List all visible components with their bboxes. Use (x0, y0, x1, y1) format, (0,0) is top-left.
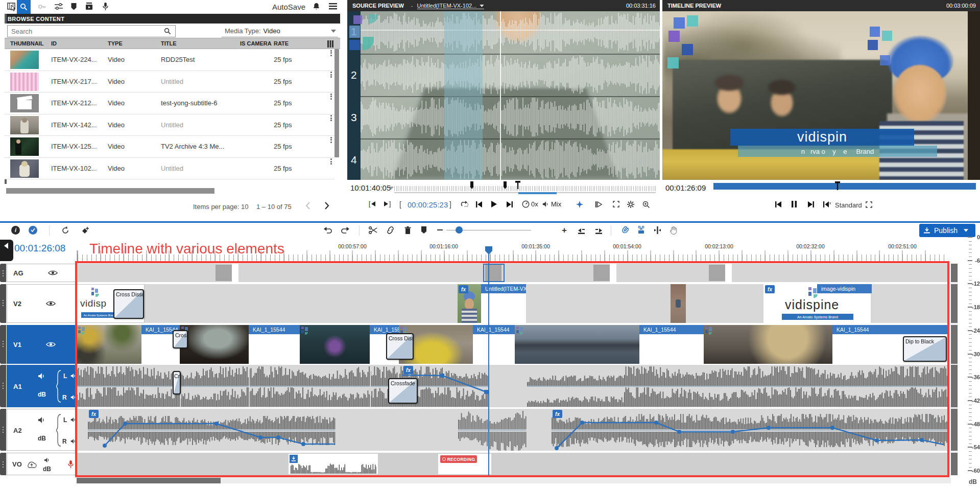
track-header-a2[interactable]: A2 dB L R (0, 409, 76, 451)
speed-control[interactable]: 0x (522, 200, 538, 208)
col-title[interactable]: TITLE (161, 38, 177, 49)
visibility-eye-icon[interactable] (46, 341, 56, 347)
zoom-in-icon[interactable] (642, 201, 650, 208)
source-ruler[interactable] (394, 186, 656, 191)
db-automation-label[interactable]: dB (38, 391, 46, 398)
table-row[interactable]: ITEM-VX-125... Video TV2 Archive 4:3 Me.… (5, 136, 334, 158)
row-menu-button[interactable] (330, 114, 332, 136)
db-automation-label[interactable]: dB (38, 435, 46, 442)
timeline-playhead-marker[interactable] (485, 246, 493, 255)
next-frame-icon[interactable] (507, 201, 513, 207)
record-mic-icon[interactable] (67, 460, 74, 469)
v-overview-v2[interactable] (951, 284, 958, 323)
col-thumbnail[interactable]: THUMBNAIL (10, 38, 43, 49)
track-speaker-icon[interactable] (44, 457, 51, 463)
marker-in-icon[interactable] (470, 181, 474, 189)
prev-page-button[interactable] (305, 202, 310, 210)
row-menu-button[interactable] (330, 92, 332, 114)
mute-skip-icon[interactable]: x (823, 201, 831, 207)
row-menu-button[interactable] (330, 71, 332, 92)
marker-out-icon[interactable] (503, 181, 507, 189)
source-playhead[interactable] (500, 11, 501, 180)
track-header-ag[interactable]: AG (0, 264, 76, 282)
jump-in-button[interactable]: [ (369, 200, 375, 207)
track-speaker-icon[interactable] (38, 373, 46, 380)
row-type: Video (108, 136, 125, 157)
track-header-v1[interactable]: V1 (0, 325, 76, 364)
table-row[interactable]: ITEM-VX-142... Video Untitled 25 fps (5, 114, 334, 136)
fullscreen-icon[interactable] (866, 201, 872, 208)
search-input[interactable]: Search (7, 25, 176, 37)
track-drag-handle[interactable] (0, 365, 6, 407)
h-scrollbar-thumb[interactable] (77, 478, 221, 483)
track-header-a1[interactable]: A1 dB L R (0, 365, 76, 407)
jump-out-button[interactable]: ] (384, 200, 391, 207)
table-row[interactable]: ITEM-VX-217... Video Untitled 25 fps (5, 71, 334, 93)
column-settings-icon[interactable] (327, 40, 333, 48)
next-page-button[interactable] (325, 202, 329, 210)
track-header-vo[interactable]: VO dB (0, 453, 76, 475)
db-automation-label[interactable]: dB (43, 466, 51, 473)
media-tool-icon[interactable] (7, 2, 17, 11)
settings-gear-icon[interactable] (627, 201, 634, 208)
timeline-preview-progress[interactable] (713, 183, 976, 190)
v-overview-a1[interactable] (951, 365, 958, 407)
timecode-caret-icon[interactable] (389, 187, 394, 190)
media-type-select[interactable]: Media Type: Video (222, 25, 338, 37)
track-speaker-icon[interactable] (38, 416, 46, 424)
fullscreen-icon[interactable] (613, 201, 619, 207)
settings-sliders-icon[interactable] (54, 3, 63, 10)
prev-frame-icon[interactable] (476, 201, 482, 207)
timeline-preview-video[interactable]: vidispin n rva o y e Brand (662, 11, 980, 180)
v-overview-ag[interactable] (951, 264, 958, 282)
preview-playhead-icon[interactable] (834, 181, 841, 190)
track-drag-handle[interactable] (0, 284, 6, 323)
col-id[interactable]: ID (51, 38, 57, 49)
visibility-eye-icon[interactable] (48, 270, 58, 276)
pause-button[interactable] (792, 201, 797, 207)
mix-control[interactable]: Mix (542, 200, 561, 208)
table-row[interactable]: ITEM-VX-102... Video Untitled 25 fps (5, 158, 334, 180)
source-current-timecode[interactable]: 00:00:25:23 (408, 200, 448, 209)
next-frame-icon[interactable] (808, 201, 814, 207)
col-rate[interactable]: RATE (274, 38, 289, 49)
v-overview-vo[interactable] (951, 453, 958, 475)
search-icon[interactable] (164, 28, 171, 35)
search-tool-button[interactable] (17, 0, 31, 14)
marker-tool-icon[interactable] (70, 3, 77, 10)
play-button[interactable] (491, 201, 497, 207)
row-menu-button[interactable] (330, 136, 332, 157)
table-hscrollbar[interactable] (6, 188, 214, 194)
table-vscrollbar[interactable] (334, 49, 339, 157)
loop-icon[interactable] (461, 201, 469, 208)
track-drag-handle[interactable] (0, 264, 6, 282)
prev-frame-icon[interactable] (775, 201, 781, 207)
track-header-v2[interactable]: V2 (0, 284, 76, 323)
microphone-tool-icon[interactable] (102, 2, 109, 11)
table-row[interactable]: ITEM-VX-224... Video RDD25Test 25 fps (5, 49, 334, 71)
table-row[interactable]: ITEM-VX-212... Video test-yong-subtitle-… (5, 92, 334, 114)
marker-current-icon[interactable] (515, 181, 521, 189)
cloud-upload-icon[interactable] (27, 461, 37, 468)
snap-icon[interactable] (576, 201, 583, 208)
timeline-preview-duration: 00:03:00:09 (946, 3, 976, 9)
v-overview-a2[interactable] (951, 409, 958, 451)
visibility-eye-icon[interactable] (46, 300, 56, 307)
track-drag-handle[interactable] (0, 325, 6, 364)
col-is-camera[interactable]: IS CAMERA (240, 38, 272, 49)
v-overview-v1[interactable] (951, 325, 958, 364)
browse-content-header: BROWSE CONTENT (5, 14, 340, 24)
row-menu-button[interactable] (330, 158, 332, 179)
row-menu-button[interactable] (330, 49, 332, 71)
export-tool-icon[interactable] (85, 2, 93, 11)
track-drag-handle[interactable] (0, 409, 6, 451)
track-drag-handle[interactable] (0, 453, 6, 475)
source-clip-select[interactable]: Untitled(ITEM-VX-102... (417, 3, 485, 9)
step-icon[interactable] (595, 201, 603, 207)
quality-label[interactable]: Standard (835, 201, 862, 209)
notifications-bell-icon[interactable] (313, 3, 320, 11)
col-type[interactable]: TYPE (108, 38, 123, 49)
menu-hamburger-icon[interactable] (329, 3, 337, 10)
source-video[interactable]: 1 2 3 4 (347, 11, 660, 180)
signal-tool-icon[interactable] (38, 3, 46, 10)
